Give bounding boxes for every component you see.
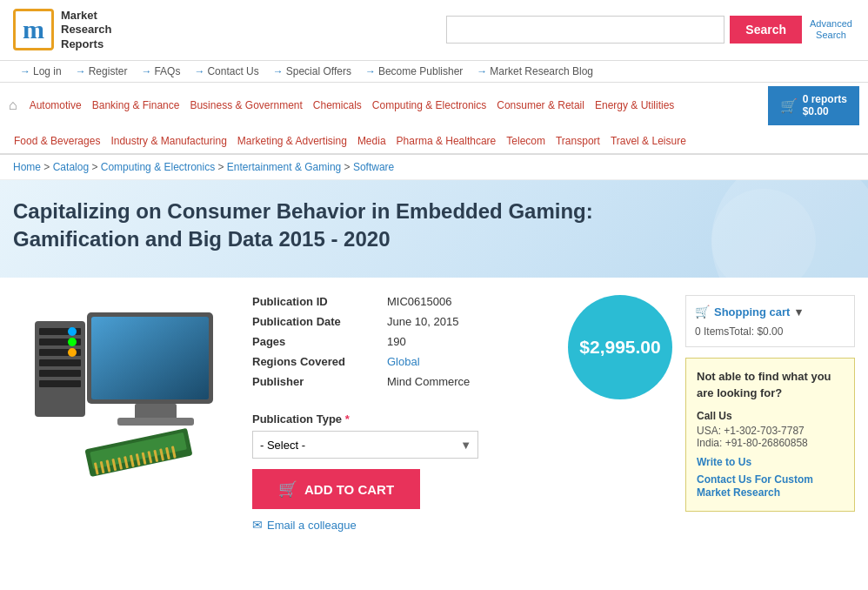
cat-automotive[interactable]: Automotive [24,97,87,114]
email-colleague-label: Email a colleague [267,519,357,532]
email-colleague-link[interactable]: ✉ Email a colleague [252,518,672,532]
help-title: Not able to find what you are looking fo… [697,369,844,400]
cart-label: 0 reports$0.00 [803,93,847,118]
pages-value: 190 [387,335,406,348]
sc-total-value: $0.00 [757,325,783,338]
cat-food[interactable]: Food & Beverages [9,132,105,150]
write-to-us-link[interactable]: Write to Us [697,456,844,468]
svg-point-9 [68,348,77,357]
cat-chemicals[interactable]: Chemicals [308,97,367,114]
pages-label: Pages [252,335,387,348]
cat-row-2: Food & Beverages Industry & Manufacturin… [9,129,859,153]
call-us-label: Call Us [697,410,844,422]
cat-consumer[interactable]: Consumer & Retail [491,97,590,114]
add-to-cart-button[interactable]: 🛒 ADD TO CART [252,469,420,509]
breadcrumb-home[interactable]: Home [13,161,41,173]
price-circle: $2,995.00 [568,295,672,399]
svg-rect-12 [91,317,209,399]
nav-register[interactable]: → Register [69,65,135,77]
nav-become-publisher[interactable]: → Become Publisher [358,65,470,77]
email-icon: ✉ [252,518,263,532]
breadcrumb-software[interactable]: Software [353,161,394,173]
cat-energy[interactable]: Energy & Utilities [590,97,679,114]
pub-id-label: Publication ID [252,295,387,308]
cat-travel[interactable]: Travel & Leisure [605,132,691,150]
details-left: Publication ID MIC0615006 Publication Da… [252,295,551,395]
nav-links: → Log in → Register → FAQs → Contact Us … [0,61,868,83]
detail-row-pub-date: Publication Date June 10, 2015 [252,315,551,328]
detail-row-publisher: Publisher Mind Commerce [252,375,551,388]
nav-faqs[interactable]: → FAQs [134,65,187,77]
publication-type-section: Publication Type * - Select - ▼ [252,412,672,459]
sc-header-label: Shopping cart [714,305,790,318]
header: m Market Research Reports Search Advance… [0,0,868,61]
regions-label: Regions Covered [252,355,387,368]
search-input[interactable] [446,16,724,44]
publication-type-select[interactable]: - Select - [252,431,478,459]
page-title: Capitalizing on Consumer Behavior in Emb… [13,198,665,254]
publisher-label: Publisher [252,375,387,388]
sc-total-label: Total: [729,325,754,338]
advanced-search-link[interactable]: Advanced Search [807,18,855,41]
pub-date-label: Publication Date [252,315,387,328]
cat-telecom[interactable]: Telecom [501,132,551,150]
nav-blog[interactable]: → Market Research Blog [470,65,600,77]
pub-id-value: MIC0615006 [387,295,451,308]
sidebar: 🛒 Shopping cart ▾ 0 ItemsTotal: $0.00 No… [685,295,855,512]
home-icon[interactable]: ⌂ [9,97,17,113]
svg-rect-14 [117,418,194,426]
sc-cart-icon: 🛒 [695,305,710,318]
cat-banking[interactable]: Banking & Finance [87,97,185,114]
logo-line1: Market [61,9,112,23]
select-wrapper: - Select - ▼ [252,431,478,459]
usa-phone: USA: +1-302-703-7787 [697,425,844,437]
contact-custom-link[interactable]: Contact Us For Custom Market Research [697,473,844,500]
cat-computing[interactable]: Computing & Electronics [367,97,491,114]
publisher-value: Mind Commerce [387,375,470,388]
regions-value[interactable]: Global [387,355,420,368]
product-illustration [30,304,222,478]
svg-point-8 [68,338,77,346]
details-price-row: Publication ID MIC0615006 Publication Da… [252,295,672,399]
breadcrumb-computing[interactable]: Computing & Electronics [101,161,215,173]
cart-icon: 🛒 [780,97,798,114]
nav-special-offers[interactable]: → Special Offers [266,65,358,77]
price-display: $2,995.00 [579,337,660,358]
category-nav: ⌂ Automotive Banking & Finance Business … [0,83,868,155]
sc-items-row: 0 ItemsTotal: $0.00 [695,325,845,338]
sc-header: 🛒 Shopping cart ▾ [695,305,845,318]
search-area: Search Advanced Search [446,16,855,44]
logo-line3: Reports [61,37,112,51]
logo-line2: Research [61,23,112,37]
breadcrumb-catalog[interactable]: Catalog [53,161,89,173]
svg-rect-5 [39,370,81,377]
logo-m-letter: m [23,15,44,44]
cat-marketing[interactable]: Marketing & Advertising [232,132,352,150]
sc-items-label: 0 Items [695,325,729,338]
pub-date-value: June 10, 2015 [387,315,458,328]
cat-pharma[interactable]: Pharma & Healthcare [391,132,502,150]
search-button[interactable]: Search [730,16,802,44]
svg-rect-0 [35,321,85,417]
cat-business[interactable]: Business & Government [184,97,307,114]
sc-dropdown-icon[interactable]: ▾ [796,305,802,318]
svg-point-7 [68,327,77,336]
cat-media[interactable]: Media [352,132,391,150]
add-to-cart-label: ADD TO CART [304,482,394,497]
cat-industry[interactable]: Industry & Manufacturing [105,132,231,150]
breadcrumb: Home > Catalog > Computing & Electronics… [0,155,868,180]
detail-row-pub-id: Publication ID MIC0615006 [252,295,551,308]
logo-box[interactable]: m [13,9,54,50]
title-area: Capitalizing on Consumer Behavior in Emb… [0,180,868,278]
detail-row-pages: Pages 190 [252,335,551,348]
svg-rect-6 [39,380,81,387]
breadcrumb-gaming[interactable]: Entertainment & Gaming [227,161,341,173]
nav-login[interactable]: → Log in [13,65,69,77]
nav-contact[interactable]: → Contact Us [187,65,265,77]
svg-rect-13 [135,404,177,419]
cart-button[interactable]: 🛒 0 reports$0.00 [768,86,859,125]
required-star: * [345,412,350,426]
cat-transport[interactable]: Transport [551,132,605,150]
pub-type-label: Publication Type * [252,412,672,426]
cat-row-1: ⌂ Automotive Banking & Finance Business … [9,83,859,129]
